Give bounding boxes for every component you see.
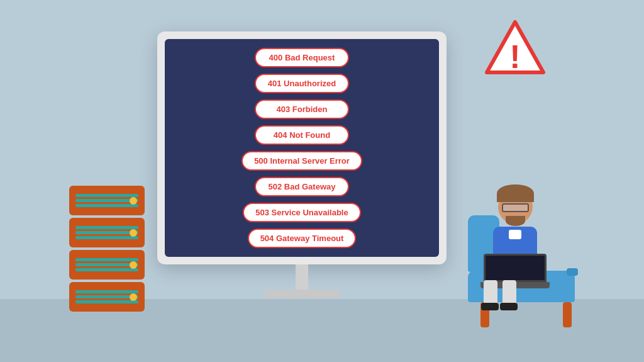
server-line (75, 263, 138, 266)
server-lines-3 (75, 258, 138, 271)
server-lines-2 (75, 226, 138, 239)
error-badge-6: 503 Service Unavailable (243, 203, 360, 222)
server-line (75, 300, 138, 303)
laptop-screen (484, 254, 547, 282)
person-hair (497, 184, 534, 202)
server-lines-4 (75, 290, 138, 303)
person-beard (506, 216, 525, 226)
monitor-screen: 400 Bad Request401 Unauthorized403 Forbi… (165, 39, 439, 257)
error-badge-3: 404 Not Found (255, 125, 349, 145)
error-badge-5: 502 Bad Gateway (255, 177, 349, 196)
server-rack (69, 186, 145, 312)
server-unit-3 (69, 250, 145, 280)
person-collar (509, 230, 521, 239)
chair-armrest-right (567, 268, 578, 276)
error-badge-1: 401 Unauthorized (255, 74, 349, 93)
error-badge-0: 400 Bad Request (255, 48, 349, 67)
person-shoe-left (481, 303, 499, 310)
monitor-base (264, 290, 340, 298)
person-legs (484, 280, 516, 305)
person-head (498, 189, 533, 224)
server-line (75, 199, 138, 202)
server-line (75, 194, 138, 197)
error-badge-2: 403 Forbiden (255, 99, 349, 119)
error-badge-7: 504 Gateway Timeout (248, 229, 357, 248)
monitor-neck (296, 264, 308, 290)
error-badge-4: 500 Internal Server Error (242, 151, 362, 171)
person-glasses (502, 203, 529, 212)
server-line (75, 236, 138, 239)
server-line (75, 204, 138, 207)
server-unit-1 (69, 186, 145, 215)
person-shoe-right (500, 303, 518, 310)
monitor: 400 Bad Request401 Unauthorized403 Forbi… (157, 31, 447, 298)
server-line (75, 226, 138, 229)
warning-triangle: ! (484, 19, 547, 76)
server-line (75, 295, 138, 298)
server-line (75, 258, 138, 261)
server-unit-4 (69, 282, 145, 312)
person-leg-left (484, 280, 497, 305)
chair-leg-front-right (563, 302, 572, 327)
monitor-outer: 400 Bad Request401 Unauthorized403 Forbi… (157, 31, 447, 264)
person-container (462, 139, 587, 327)
server-line (75, 268, 138, 271)
server-lines-1 (75, 194, 138, 207)
server-unit-2 (69, 218, 145, 247)
server-line (75, 290, 138, 293)
svg-text:!: ! (509, 38, 520, 75)
server-line (75, 231, 138, 234)
person-leg-right (502, 280, 516, 305)
